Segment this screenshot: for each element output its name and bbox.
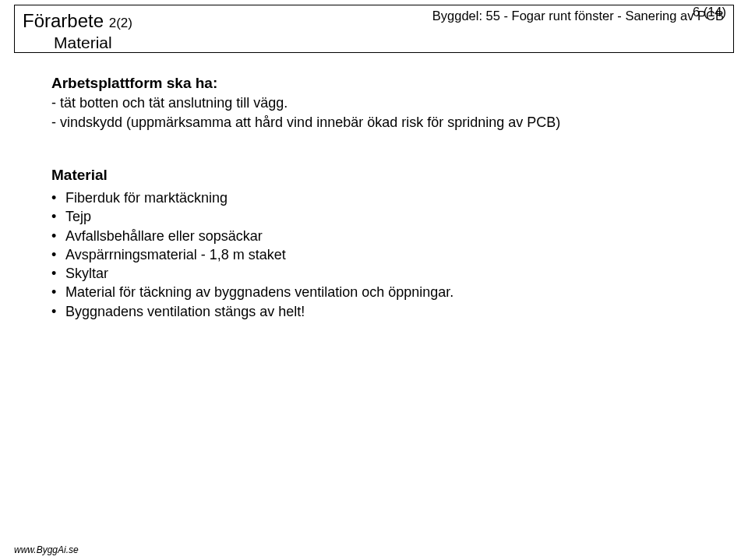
platform-line-1: - tät botten och tät anslutning till väg… xyxy=(51,95,748,111)
header-byggdel: Byggdel: 55 - Fogar runt fönster - Saner… xyxy=(432,5,733,52)
list-item: Avfallsbehållare eller sopsäckar xyxy=(51,227,748,245)
title-text: Förarbete xyxy=(23,10,104,31)
list-item: Material för täckning av byggnadens vent… xyxy=(51,283,748,301)
header-box: Förarbete 2(2) Material Byggdel: 55 - Fo… xyxy=(14,5,734,53)
list-item: Tejp xyxy=(51,207,748,226)
list-item: Fiberduk för marktäckning xyxy=(51,188,748,207)
material-section: Material Fiberduk för marktäckning Tejp … xyxy=(51,167,748,321)
material-list: Fiberduk för marktäckning Tejp Avfallsbe… xyxy=(51,188,748,321)
list-item: Avspärrningsmaterial - 1,8 m staket xyxy=(51,245,748,264)
platform-heading: Arbetsplattform ska ha: xyxy=(51,75,748,92)
header-title: Förarbete 2(2) xyxy=(23,10,432,32)
list-item: Byggnadens ventilation stängs av helt! xyxy=(51,302,748,321)
header-left: Förarbete 2(2) Material xyxy=(15,5,432,52)
list-item: Skyltar xyxy=(51,264,748,283)
footer-link: www.ByggAi.se xyxy=(14,544,79,555)
header-subtitle: Material xyxy=(54,33,432,52)
content: Arbetsplattform ska ha: - tät botten och… xyxy=(0,53,748,321)
title-count: 2(2) xyxy=(109,16,132,30)
material-heading: Material xyxy=(51,167,748,184)
platform-line-2: - vindskydd (uppmärksamma att hård vind … xyxy=(51,114,748,131)
